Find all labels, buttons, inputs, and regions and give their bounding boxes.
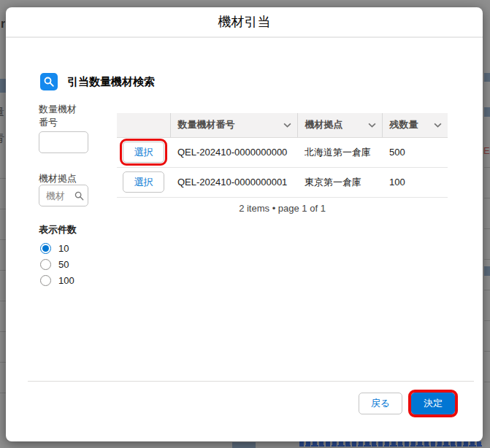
pagination-status: 2 items • page 1 of 1	[117, 198, 448, 218]
equipment-allocation-modal: 機材引当 引当数量機材検索 数量機材番号 機材拠点 表示件数 10 50	[6, 7, 483, 441]
quantity-number-input[interactable]	[39, 131, 88, 153]
radio-unchecked-icon	[40, 259, 51, 270]
background-row-band	[232, 442, 256, 448]
modal-header: 機材引当	[6, 7, 483, 38]
cell-base: 東京第一倉庫	[297, 167, 382, 197]
search-section-title: 引当数量機材検索	[67, 75, 155, 89]
page-size-option-100[interactable]: 100	[40, 274, 74, 286]
background-text-fragment: 青	[0, 132, 4, 145]
background-link-fragment	[299, 441, 482, 447]
table-row: 選択 QEL-202410-0000000000 北海道第一倉庫 500	[117, 137, 448, 167]
modal-title: 機材引当	[218, 13, 271, 31]
equipment-base-lookup	[39, 185, 88, 206]
page-size-option-10[interactable]: 10	[40, 242, 69, 254]
table-row: 選択 QEL-202410-0000000001 東京第一倉庫 100	[117, 167, 448, 197]
cell-remaining: 500	[382, 137, 448, 167]
cell-number: QEL-202410-0000000001	[170, 167, 297, 197]
background-row-band	[484, 107, 490, 117]
search-results-table: 数量機材番号 機材拠点 残数量	[117, 113, 448, 218]
table-header-row: 数量機材番号 機材拠点 残数量	[117, 113, 448, 137]
background-row-band	[484, 73, 490, 82]
back-button[interactable]: 戻る	[359, 393, 402, 414]
chevron-down-icon	[434, 123, 442, 128]
background-table-lines	[484, 137, 490, 400]
radio-label: 100	[58, 275, 74, 286]
background-text-fragment: r	[1, 18, 5, 31]
chevron-down-icon	[283, 123, 291, 128]
chevron-down-icon	[368, 123, 376, 128]
select-button-row2[interactable]: 選択	[123, 171, 164, 193]
search-icon	[40, 73, 58, 90]
radio-unchecked-icon	[40, 275, 51, 286]
background-row-band	[0, 79, 6, 93]
quantity-number-label: 数量機材番号	[39, 103, 84, 129]
select-button-row1[interactable]: 選択	[123, 142, 164, 163]
background-table-lines	[0, 148, 6, 411]
confirm-button[interactable]: 決定	[411, 393, 455, 414]
radio-checked-icon	[40, 243, 51, 254]
search-section-header: 引当数量機材検索	[40, 73, 155, 90]
column-label: 残数量	[390, 118, 418, 131]
cell-base: 北海道第一倉庫	[297, 137, 382, 167]
footer-divider	[28, 381, 474, 382]
modal-footer: 戻る 決定	[359, 393, 455, 414]
cell-number: QEL-202410-0000000000	[170, 137, 297, 167]
equipment-base-input[interactable]	[39, 185, 88, 206]
background-text-fragment: 量	[0, 106, 4, 119]
cell-remaining: 100	[382, 167, 448, 197]
column-label: 機材拠点	[305, 118, 343, 131]
column-header-remaining[interactable]: 残数量	[382, 113, 448, 137]
page-size-option-50[interactable]: 50	[40, 258, 69, 270]
column-header-base[interactable]: 機材拠点	[297, 113, 382, 137]
radio-label: 50	[58, 259, 69, 270]
equipment-base-label: 機材拠点	[39, 172, 77, 185]
radio-label: 10	[58, 243, 69, 254]
column-label: 数量機材番号	[178, 118, 235, 131]
page-size-label: 表示件数	[39, 223, 77, 236]
column-header-number[interactable]: 数量機材番号	[170, 113, 297, 137]
column-header-action	[117, 113, 170, 137]
